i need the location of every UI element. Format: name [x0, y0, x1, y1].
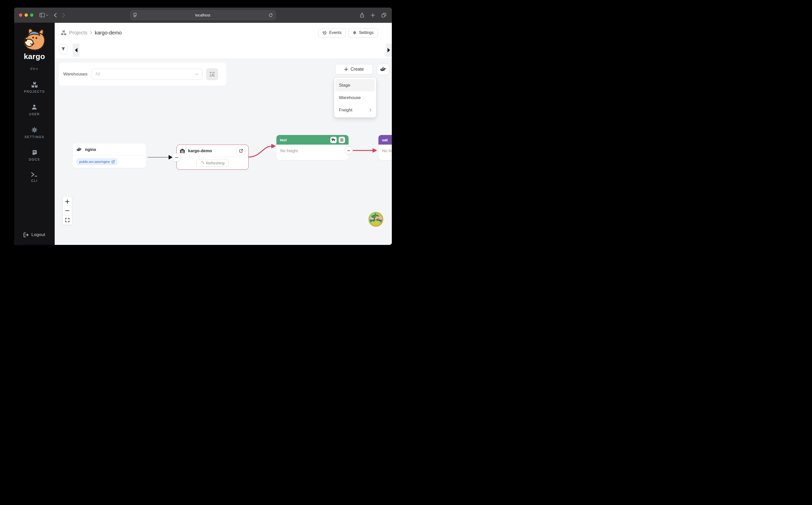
- boxes-icon: [31, 82, 38, 88]
- funnel-icon: [61, 47, 65, 51]
- warehouse-icon: [180, 148, 185, 154]
- address-bar[interactable]: localhost: [130, 10, 276, 20]
- environment-label: dev: [30, 66, 38, 71]
- docker-whale-icon: [76, 147, 82, 152]
- warehouses-select[interactable]: All: [92, 68, 202, 80]
- repo-link-text: public.ecr.aws/nginx: [79, 160, 110, 164]
- sidebar-item-user[interactable]: USER: [29, 104, 40, 116]
- node-stage-test[interactable]: test: [276, 135, 348, 160]
- docker-button[interactable]: [377, 63, 389, 75]
- zoom-controls: [62, 197, 72, 225]
- refresh-icon[interactable]: [269, 13, 273, 17]
- spinner-icon: [201, 161, 204, 165]
- hamburger-icon: [340, 139, 343, 141]
- sidebar-nav: PROJECTS USER: [24, 82, 45, 183]
- reader-view-icon[interactable]: [133, 13, 137, 17]
- traffic-lights: [19, 13, 33, 17]
- terminal-icon: [31, 172, 38, 177]
- node-title: nginx: [85, 147, 96, 152]
- sidebar-item-label: USER: [29, 113, 40, 116]
- image-frame-button[interactable]: [206, 68, 218, 80]
- menu-item-label: Stage: [339, 83, 350, 88]
- zoom-out-button[interactable]: [62, 206, 72, 215]
- gear-icon: [352, 31, 357, 35]
- stage-title: uat: [382, 138, 388, 142]
- settings-button[interactable]: Settings: [348, 28, 378, 37]
- island-badge[interactable]: [368, 212, 383, 227]
- plus-icon: [65, 200, 69, 204]
- user-icon: [31, 104, 37, 110]
- page-header: Projects kargo-demo Events: [55, 23, 392, 42]
- zoom-in-button[interactable]: [62, 197, 72, 206]
- repo-link[interactable]: public.ecr.aws/nginx: [76, 158, 117, 165]
- stage-freight-status: No freight: [378, 145, 392, 157]
- refreshing-status[interactable]: Refreshing: [197, 159, 229, 167]
- tropical-island-icon: [368, 212, 383, 227]
- pipeline-canvas[interactable]: Warehouses: All Create: [55, 58, 392, 245]
- collapse-left-handle[interactable]: [73, 43, 79, 57]
- chevron-down-icon: [195, 73, 199, 75]
- warehouses-label: Warehouses:: [63, 72, 88, 77]
- breadcrumb-projects-link[interactable]: Projects: [69, 30, 87, 36]
- sidebar-item-docs[interactable]: DOCS: [29, 150, 40, 161]
- fit-view-button[interactable]: [62, 215, 72, 225]
- sidebar-item-cli[interactable]: CLI: [31, 172, 38, 183]
- promote-freight-button[interactable]: [330, 137, 337, 143]
- sidebar-item-label: CLI: [31, 179, 37, 183]
- logout-label: Logout: [31, 232, 45, 237]
- expand-right-handle[interactable]: [386, 43, 392, 57]
- node-nginx[interactable]: nginx public.ecr.aws/nginx: [73, 144, 146, 168]
- open-warehouse-button[interactable]: [237, 147, 245, 155]
- menu-item-stage[interactable]: Stage: [335, 79, 375, 92]
- forward-icon[interactable]: [62, 13, 65, 17]
- external-link-icon: [111, 160, 115, 163]
- submenu-chevron-icon: [369, 109, 371, 112]
- new-tab-icon[interactable]: [371, 13, 375, 17]
- tab-overview-icon[interactable]: [381, 13, 386, 17]
- sidebar-item-settings[interactable]: SETTINGS: [25, 127, 44, 139]
- truck-icon: [332, 138, 335, 141]
- minus-icon: [347, 150, 350, 151]
- fullscreen-corners-icon: [65, 218, 69, 222]
- chevron-right-icon: [90, 31, 92, 34]
- filter-button[interactable]: [59, 44, 68, 54]
- collapse-edge-button[interactable]: [345, 147, 352, 155]
- docker-whale-icon: [380, 66, 386, 72]
- settings-label: Settings: [359, 30, 373, 35]
- menu-item-label: Freight: [339, 108, 352, 113]
- chevron-down-icon[interactable]: [46, 14, 48, 16]
- sidebar-toggle-icon[interactable]: [39, 13, 45, 17]
- create-button[interactable]: Create: [335, 64, 373, 74]
- browser-window: localhost: [14, 8, 392, 245]
- sidebar-item-label: PROJECTS: [24, 90, 45, 94]
- node-kargo-demo-warehouse[interactable]: kargo-demo Refreshing: [177, 145, 249, 170]
- minimize-window-button[interactable]: [25, 13, 28, 17]
- zoom-window-button[interactable]: [30, 13, 33, 17]
- menu-item-freight[interactable]: Freight: [335, 104, 375, 116]
- triangle-right-icon: [387, 48, 390, 52]
- back-icon[interactable]: [54, 13, 57, 17]
- share-icon[interactable]: [360, 13, 364, 18]
- toolbar: [55, 42, 392, 58]
- close-window-button[interactable]: [19, 13, 22, 17]
- breadcrumb: Projects kargo-demo: [61, 30, 122, 36]
- create-label: Create: [350, 66, 364, 72]
- node-title: kargo-demo: [188, 148, 212, 153]
- url-text: localhost: [137, 13, 269, 17]
- triangle-left-icon: [75, 48, 77, 52]
- sidebar: kargo dev PROJECTS USER: [14, 23, 55, 245]
- node-stage-uat[interactable]: uat No freight: [378, 135, 392, 160]
- logout-button[interactable]: Logout: [24, 232, 45, 237]
- sidebar-item-projects[interactable]: PROJECTS: [24, 82, 45, 94]
- stage-menu-button[interactable]: [339, 137, 345, 143]
- warehouses-select-value: All: [95, 72, 100, 77]
- refreshing-label: Refreshing: [206, 161, 225, 165]
- history-icon: [322, 31, 327, 35]
- stage-title: test: [280, 138, 287, 142]
- projects-icon: [61, 30, 66, 35]
- menu-item-warehouse[interactable]: Warehouse: [335, 92, 375, 104]
- events-button[interactable]: Events: [318, 28, 346, 37]
- minus-icon: [175, 157, 178, 158]
- collapse-edge-button[interactable]: [172, 153, 181, 162]
- warehouse-filter-card: Warehouses: All: [59, 62, 226, 86]
